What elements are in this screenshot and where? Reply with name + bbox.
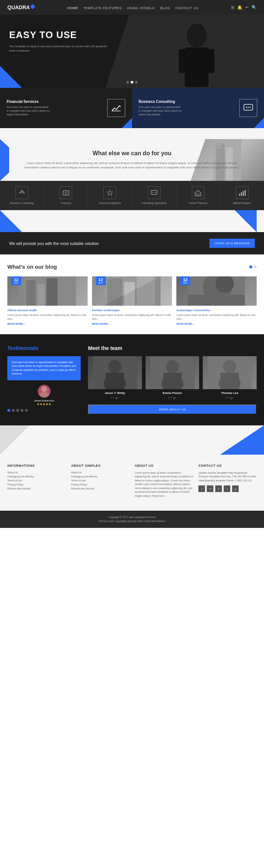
footer-link-about-us[interactable]: About Us bbox=[7, 471, 66, 474]
feature-finances[interactable]: Finances bbox=[44, 181, 88, 210]
footer-simplex-about[interactable]: About Us bbox=[71, 471, 129, 474]
services-row: Financial Services Duis aute irure dolor… bbox=[0, 88, 264, 128]
svg-rect-14 bbox=[219, 144, 220, 146]
footer-link-terms[interactable]: Terms of use bbox=[7, 479, 66, 482]
search-icon[interactable]: 🔍 bbox=[252, 5, 257, 10]
svg-point-24 bbox=[154, 192, 154, 193]
blog-card-title-3[interactable]: Scelerisque consectetur bbox=[176, 309, 257, 312]
nav-contact[interactable]: CONTACT US bbox=[175, 6, 198, 10]
team-twitter-3[interactable]: t bbox=[226, 396, 227, 399]
testimonial-dot-1[interactable] bbox=[7, 409, 10, 412]
feature-success[interactable]: Success Engineers bbox=[88, 181, 132, 210]
footer-heading-informations: INFORMATIONS bbox=[7, 464, 66, 467]
testimonial-dot-4[interactable] bbox=[21, 409, 23, 412]
blog-nav-dot-1[interactable] bbox=[249, 265, 252, 268]
blog-image-2: 12 May bbox=[92, 276, 172, 306]
footer-col-informations: INFORMATIONS About Us Packaging and deli… bbox=[7, 464, 66, 498]
nav-template-features[interactable]: TEMPLATE FEATURES bbox=[83, 6, 122, 10]
footer-link-returns[interactable]: Returns and refunds bbox=[7, 487, 66, 490]
hero-dot-1[interactable] bbox=[126, 81, 129, 83]
bell-icon[interactable]: 🔔 bbox=[237, 5, 242, 10]
triangles-bottom bbox=[0, 425, 264, 455]
footer-rss-icon[interactable]: r bbox=[224, 485, 230, 492]
feature-market[interactable]: Market Analysis bbox=[220, 181, 264, 210]
hero-dot-3[interactable] bbox=[135, 81, 138, 83]
cta-text: We will provide you with the most suitab… bbox=[9, 241, 99, 246]
triangles-section bbox=[0, 210, 264, 232]
service-financial-title: Financial Services bbox=[7, 100, 51, 104]
logo[interactable]: QUADRA bbox=[7, 4, 34, 10]
hero-section: EASY TO USE The template is easy to use … bbox=[0, 15, 264, 88]
team-twitter-1[interactable]: t bbox=[111, 396, 112, 399]
team-grid: Jason T. Whity t f g+ Emma Paxton bbox=[88, 356, 257, 399]
service-card-triangle-2 bbox=[253, 118, 264, 128]
blog-read-more-2[interactable]: READ MORE... bbox=[92, 323, 172, 325]
feature-icon-finances bbox=[59, 186, 72, 199]
footer-simplex-returns[interactable]: Returns and refunds bbox=[71, 487, 129, 490]
testimonial-dot-2[interactable] bbox=[12, 409, 15, 412]
footer-simplex-privacy[interactable]: Privacy Policy bbox=[71, 483, 129, 486]
footer-twitter-icon[interactable]: t bbox=[198, 485, 205, 492]
pencil-icon[interactable]: ✏ bbox=[245, 5, 249, 10]
blog-read-more-3[interactable]: READ MORE... bbox=[176, 323, 257, 325]
blog-title: What's on our blog bbox=[7, 264, 57, 270]
testimonials-column: Testimonials Duis aute irure dolor in re… bbox=[7, 345, 81, 414]
grid-icon[interactable]: ⊞ bbox=[231, 5, 234, 10]
spacer-1 bbox=[0, 128, 264, 139]
team-facebook-1[interactable]: f bbox=[113, 396, 114, 399]
service-card-financial[interactable]: Financial Services Duis aute irure dolor… bbox=[0, 88, 132, 128]
team-gplus-1[interactable]: g+ bbox=[115, 396, 119, 399]
footer-col-simplex: ABOUT SIMPLEX About Us Packaging and del… bbox=[71, 464, 129, 498]
hero-dots bbox=[126, 81, 138, 83]
testimonial-dot-5[interactable] bbox=[25, 409, 28, 412]
what-we-do-text: Lorem ipsum dolor sit amet, consectetur … bbox=[22, 161, 242, 170]
footer-social: t v f r y bbox=[198, 485, 257, 492]
what-we-do-section: What else we can do for you Lorem ipsum … bbox=[0, 139, 264, 181]
team-facebook-3[interactable]: f bbox=[228, 396, 229, 399]
team-photo-2 bbox=[146, 356, 199, 389]
cta-button[interactable]: LEAVE US A MESSAGE bbox=[209, 239, 255, 248]
footer-simplex-packaging[interactable]: Packaging and delivery bbox=[71, 475, 129, 478]
testimonial-dot-3[interactable] bbox=[16, 409, 19, 412]
blog-card-3: 12 May Scelerisque consectetur Lorem ips… bbox=[176, 276, 257, 325]
feature-icon-market bbox=[236, 186, 249, 199]
footer-link-packaging[interactable]: Packaging and delivery bbox=[7, 475, 66, 478]
more-about-button[interactable]: MORE ABOUT US bbox=[88, 405, 257, 414]
blog-card-title-1[interactable]: Officia desrunt mollit bbox=[7, 309, 88, 312]
blog-nav-dot-2[interactable] bbox=[254, 265, 257, 268]
team-photo-3 bbox=[203, 356, 257, 389]
team-member-1: Jason T. Whity t f g+ bbox=[88, 356, 142, 399]
team-column: Meet the team Jason T. Whity t f g+ bbox=[88, 345, 257, 414]
feature-icon-business bbox=[15, 186, 28, 199]
svg-rect-50 bbox=[106, 373, 124, 389]
team-member-3: Thomas Lee t f g+ bbox=[203, 356, 257, 399]
nav-using-joomla[interactable]: USING JOOMLA! bbox=[127, 6, 155, 10]
hero-dot-2[interactable] bbox=[131, 81, 133, 83]
team-gplus-3[interactable]: g+ bbox=[230, 396, 234, 399]
feature-business-consulting[interactable]: Business Consulting bbox=[0, 181, 44, 210]
footer-link-privacy[interactable]: Privacy Policy bbox=[7, 483, 66, 486]
team-twitter-2[interactable]: t bbox=[168, 396, 169, 399]
footer-vine-icon[interactable]: v bbox=[207, 485, 213, 492]
svg-point-45 bbox=[41, 386, 47, 392]
footer-youtube-icon[interactable]: y bbox=[232, 485, 239, 492]
service-consulting-text: Duis aute irure dolor in reprehenderit i… bbox=[139, 105, 183, 116]
team-gplus-2[interactable]: g+ bbox=[173, 396, 176, 399]
blog-read-more-1[interactable]: READ MORE... bbox=[7, 323, 88, 325]
feature-consulting[interactable]: Consulting Specialists bbox=[132, 181, 176, 210]
feature-house[interactable]: House Finances bbox=[176, 181, 220, 210]
team-facebook-2[interactable]: f bbox=[170, 396, 171, 399]
footer-simplex-terms[interactable]: Terms of use bbox=[71, 479, 129, 482]
team-name-3: Thomas Lee bbox=[203, 391, 257, 395]
team-name-1: Jason T. Whity bbox=[88, 391, 142, 395]
nav-blog[interactable]: BLOG bbox=[160, 6, 170, 10]
service-financial-icon bbox=[107, 99, 125, 117]
blog-card-title-2[interactable]: Portitor scelerisque bbox=[92, 309, 172, 312]
svg-rect-26 bbox=[197, 194, 199, 196]
testimonials-heading: Testimonials bbox=[7, 345, 81, 351]
svg-rect-27 bbox=[239, 194, 240, 196]
footer-facebook-icon[interactable]: f bbox=[215, 485, 222, 492]
nav-home[interactable]: HOME bbox=[67, 6, 78, 10]
svg-rect-16 bbox=[217, 147, 218, 149]
service-card-consulting[interactable]: Business Consulting Duis aute irure dolo… bbox=[132, 88, 264, 128]
